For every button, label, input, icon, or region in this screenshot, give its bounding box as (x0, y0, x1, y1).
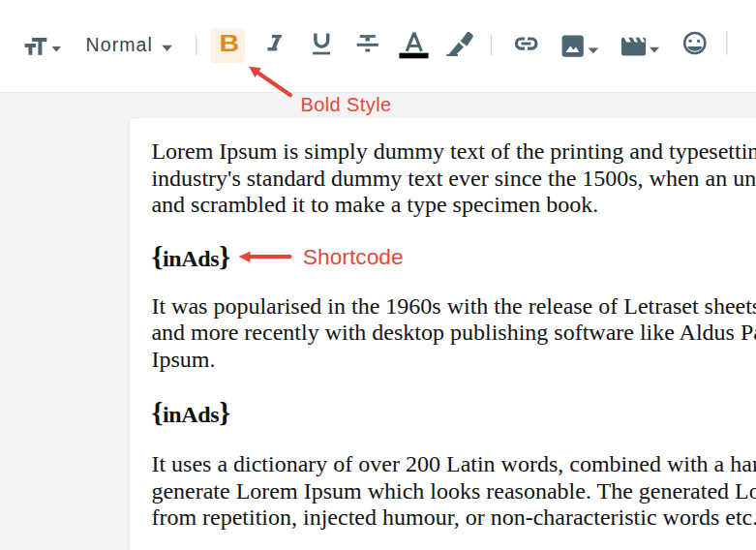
svg-text:B: B (220, 30, 240, 57)
svg-text:Normal: Normal (86, 34, 153, 55)
